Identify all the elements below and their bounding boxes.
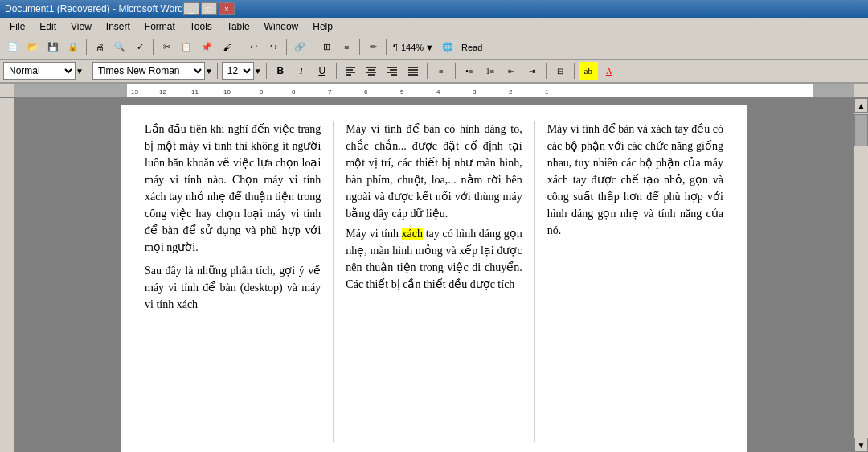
zoom-display: ¶ 144% ▼ — [390, 43, 437, 52]
decrease-indent-button[interactable]: ⇤ — [502, 62, 521, 80]
open-button[interactable]: 📂 — [23, 38, 43, 57]
align-left-button[interactable] — [341, 62, 360, 80]
drawing-button[interactable]: ✏ — [363, 38, 383, 57]
menu-tools[interactable]: Tools — [183, 18, 219, 35]
menu-window[interactable]: Window — [258, 18, 305, 35]
ruler-mark-9: 9 — [260, 88, 263, 96]
ruler-mark-7: 7 — [328, 88, 331, 96]
size-dropdown-icon: ▼ — [254, 67, 262, 76]
title-text: Document1 (Recovered) - Microsoft Word — [5, 3, 183, 14]
redo-button[interactable]: ↪ — [264, 38, 283, 57]
table-button[interactable]: ⊞ — [317, 38, 336, 57]
undo-button[interactable]: ↩ — [244, 38, 263, 57]
menu-table[interactable]: Table — [220, 18, 256, 35]
menu-edit[interactable]: Edit — [33, 18, 63, 35]
scroll-up-button[interactable]: ▲ — [854, 98, 868, 113]
sep-f3 — [266, 63, 267, 79]
separator2 — [153, 39, 154, 55]
zoom-dropdown[interactable]: ▼ — [425, 43, 434, 52]
globe-icon: 🌐 — [442, 42, 453, 52]
separator7 — [386, 39, 387, 55]
cut-button[interactable]: ✂ — [157, 38, 176, 57]
hyperlink-icon: 🔗 — [294, 42, 305, 52]
save-icon: 💾 — [47, 42, 59, 52]
copy-button[interactable]: 📋 — [177, 38, 196, 57]
format-painter[interactable]: 🖌 — [217, 38, 236, 57]
ruler-right-gray — [813, 84, 854, 97]
font-size-selector[interactable]: 12 — [222, 62, 254, 80]
font-selector[interactable]: Times New Roman — [92, 62, 205, 80]
close-button[interactable]: × — [219, 2, 235, 15]
bold-button[interactable]: B — [271, 62, 290, 80]
painter-icon: 🖌 — [223, 43, 231, 52]
col1-para1: Lần đầu tiên khi nghĩ đến việc trang bị … — [145, 121, 321, 256]
new-button[interactable]: 📄 — [3, 38, 23, 57]
bullets-button[interactable]: •≡ — [460, 62, 479, 80]
align-right-icon — [387, 65, 398, 76]
paste-icon: 📌 — [201, 42, 212, 52]
globe-button[interactable]: 🌐 — [438, 38, 457, 57]
print-button[interactable]: 🖨 — [90, 38, 109, 57]
permission-button[interactable]: 🔒 — [63, 38, 83, 57]
minimize-button[interactable]: _ — [183, 2, 199, 15]
open-icon: 📂 — [27, 42, 39, 52]
ruler-left-gray — [14, 84, 127, 97]
paste-button[interactable]: 📌 — [197, 38, 216, 57]
separator4 — [286, 39, 287, 55]
maximize-button[interactable]: □ — [201, 2, 217, 15]
scrollbar[interactable]: ▲ ▼ — [854, 98, 868, 452]
ruler-mark-11: 11 — [191, 88, 199, 96]
highlight-button[interactable]: ab — [579, 62, 598, 80]
scroll-thumb[interactable] — [854, 114, 868, 146]
toolbar-standard: 📄 📂 💾 🔒 🖨 🔍 ✓ ✂ 📋 📌 🖌 ↩ ↪ 🔗 ⊞ ≡ ✏ ¶ 144%… — [0, 35, 868, 60]
line-spacing-button[interactable]: ≡ — [432, 62, 451, 80]
ruler-mark-4: 4 — [436, 88, 440, 96]
save-button[interactable]: 💾 — [43, 38, 63, 57]
align-center-button[interactable] — [362, 62, 381, 80]
menu-file[interactable]: File — [3, 18, 31, 35]
ruler-mark-12: 12 — [159, 88, 166, 96]
main-layout: Lần đầu tiên khi nghĩ đến việc trang bị … — [0, 98, 868, 452]
ruler-mark-5: 5 — [400, 88, 403, 96]
ruler-mark-3: 3 — [473, 88, 476, 96]
hyperlink-button[interactable]: 🔗 — [290, 38, 309, 57]
menu-format[interactable]: Format — [138, 18, 182, 35]
preview-button[interactable]: 🔍 — [110, 38, 129, 57]
read-button[interactable]: Read — [458, 43, 485, 52]
font-color-button[interactable]: A — [600, 62, 619, 80]
justify-icon — [407, 65, 419, 76]
border-button[interactable]: ⊟ — [551, 62, 570, 80]
scroll-down-button[interactable]: ▼ — [854, 438, 868, 452]
sep-f4 — [336, 63, 337, 79]
justify-button[interactable] — [403, 62, 423, 80]
numbering-button[interactable]: 1≡ — [481, 62, 500, 80]
ruler-mark-6: 6 — [364, 88, 367, 96]
sep-f8 — [574, 63, 575, 79]
ruler-mark-13: 13 — [131, 88, 138, 96]
highlighted-word: xách — [402, 228, 423, 240]
menu-view[interactable]: View — [64, 18, 98, 35]
toolbar-formatting: Normal ▼ Times New Roman ▼ 12 ▼ B I U ≡ … — [0, 60, 868, 84]
italic-button[interactable]: I — [292, 62, 311, 80]
align-right-button[interactable] — [383, 62, 402, 80]
menu-insert[interactable]: Insert — [100, 18, 137, 35]
style-selector[interactable]: Normal — [3, 62, 76, 80]
col2-para1: Máy vi tính để bàn có hình dáng to, chắc… — [346, 121, 522, 222]
vertical-ruler — [0, 98, 14, 452]
underline-button[interactable]: U — [313, 62, 332, 80]
menu-help[interactable]: Help — [306, 18, 339, 35]
redo-icon: ↪ — [270, 42, 277, 52]
document-area: Lần đầu tiên khi nghĩ đến việc trang bị … — [14, 98, 854, 452]
increase-indent-button[interactable]: ⇥ — [522, 62, 542, 80]
ruler-mark-10: 10 — [223, 88, 231, 96]
spell-icon: ✓ — [137, 42, 144, 52]
paragraph-mark: ¶ — [393, 43, 398, 52]
spell-button[interactable]: ✓ — [130, 38, 149, 57]
ruler-mark-2: 2 — [509, 88, 512, 96]
column-3: Máy vi tính để bàn và xách tay đều có cá… — [535, 121, 735, 442]
columns-button[interactable]: ≡ — [337, 38, 356, 57]
align-center-icon — [366, 65, 377, 76]
separator6 — [359, 39, 360, 55]
ruler-corner — [0, 84, 14, 97]
drawing-icon: ✏ — [370, 42, 377, 52]
